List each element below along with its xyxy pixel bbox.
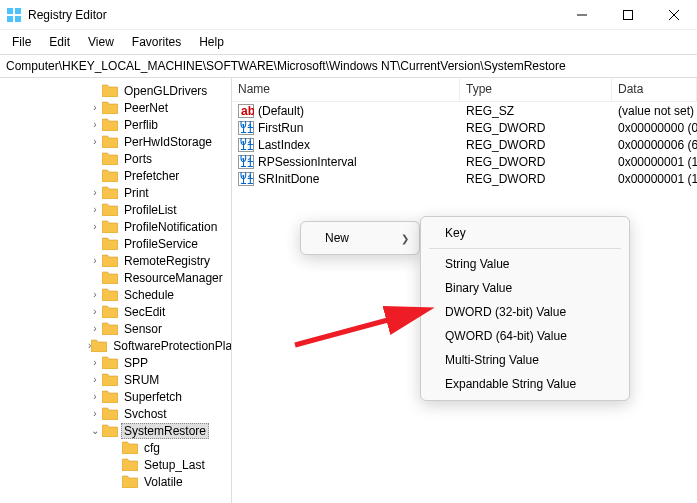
tree-node[interactable]: Setup_Last <box>0 456 231 473</box>
tree-node[interactable]: ›Sensor <box>0 320 231 337</box>
chevron-right-icon[interactable]: › <box>88 187 102 198</box>
context-item-expand[interactable]: Expandable String Value <box>421 372 629 396</box>
table-row[interactable]: 011110LastIndexREG_DWORD0x00000006 (6) <box>232 136 697 153</box>
pathbar[interactable]: Computer\HKEY_LOCAL_MACHINE\SOFTWARE\Mic… <box>0 54 697 78</box>
folder-icon <box>102 407 118 421</box>
folder-icon <box>102 356 118 370</box>
tree-node[interactable]: OpenGLDrivers <box>0 82 231 99</box>
context-item-dword[interactable]: DWORD (32-bit) Value <box>421 300 629 324</box>
minimize-button[interactable] <box>559 0 605 30</box>
tree-node-label: Svchost <box>121 407 170 421</box>
menu-file[interactable]: File <box>4 32 39 52</box>
tree-node[interactable]: ›SRUM <box>0 371 231 388</box>
menu-help[interactable]: Help <box>191 32 232 52</box>
col-type[interactable]: Type <box>460 78 612 101</box>
folder-icon <box>102 271 118 285</box>
context-item-qword[interactable]: QWORD (64-bit) Value <box>421 324 629 348</box>
svg-text:ab: ab <box>241 104 254 118</box>
tree-node[interactable]: ›SPP <box>0 354 231 371</box>
tree-pane[interactable]: OpenGLDrivers›PeerNet›Perflib›PerHwIdSto… <box>0 78 232 503</box>
folder-icon <box>102 101 118 115</box>
chevron-right-icon[interactable]: › <box>88 391 102 402</box>
context-item-binary[interactable]: Binary Value <box>421 276 629 300</box>
folder-icon <box>102 186 118 200</box>
chevron-down-icon[interactable]: ⌄ <box>88 425 102 436</box>
value-data: (value not set) <box>612 104 697 118</box>
titlebar: Registry Editor <box>0 0 697 30</box>
chevron-right-icon[interactable]: › <box>88 408 102 419</box>
tree-node[interactable]: ›Superfetch <box>0 388 231 405</box>
menu-edit[interactable]: Edit <box>41 32 78 52</box>
svg-text:110: 110 <box>240 139 254 152</box>
svg-rect-5 <box>624 10 633 19</box>
chevron-right-icon[interactable]: › <box>88 221 102 232</box>
tree-node[interactable]: ResourceManager <box>0 269 231 286</box>
tree-node-label: Volatile <box>141 475 186 489</box>
tree-node-label: ProfileService <box>121 237 201 251</box>
tree-node-label: OpenGLDrivers <box>121 84 210 98</box>
tree-node[interactable]: ›Print <box>0 184 231 201</box>
tree-node-label: Superfetch <box>121 390 185 404</box>
table-row[interactable]: 011110FirstRunREG_DWORD0x00000000 (0) <box>232 119 697 136</box>
tree-node[interactable]: ›SecEdit <box>0 303 231 320</box>
tree-node[interactable]: ›SoftwareProtectionPlatform <box>0 337 231 354</box>
context-item-label: Key <box>445 226 466 240</box>
table-row[interactable]: 011110SRInitDoneREG_DWORD0x00000001 (1) <box>232 170 697 187</box>
context-item-key[interactable]: Key <box>421 221 629 245</box>
chevron-right-icon[interactable]: › <box>88 323 102 334</box>
string-value-icon: ab <box>238 104 254 118</box>
svg-rect-1 <box>15 8 21 14</box>
chevron-right-icon[interactable]: › <box>88 306 102 317</box>
tree-node[interactable]: ›Perflib <box>0 116 231 133</box>
table-row[interactable]: 011110RPSessionIntervalREG_DWORD0x000000… <box>232 153 697 170</box>
tree-node-label: ProfileNotification <box>121 220 220 234</box>
context-item-label: DWORD (32-bit) Value <box>445 305 566 319</box>
tree-node[interactable]: Volatile <box>0 473 231 490</box>
folder-icon <box>102 118 118 132</box>
context-item-new[interactable]: New ❯ <box>301 226 419 250</box>
maximize-button[interactable] <box>605 0 651 30</box>
chevron-right-icon: ❯ <box>401 233 409 244</box>
folder-icon <box>102 135 118 149</box>
menu-view[interactable]: View <box>80 32 122 52</box>
value-name: SRInitDone <box>258 172 319 186</box>
folder-icon <box>102 373 118 387</box>
tree-node[interactable]: ›ProfileList <box>0 201 231 218</box>
value-type: REG_DWORD <box>460 121 612 135</box>
tree-node[interactable]: Ports <box>0 150 231 167</box>
context-menu-parent: New ❯ <box>300 221 420 255</box>
folder-icon <box>102 322 118 336</box>
context-item-string[interactable]: String Value <box>421 252 629 276</box>
tree-node[interactable]: ›PerHwIdStorage <box>0 133 231 150</box>
folder-icon <box>122 475 138 489</box>
chevron-right-icon[interactable]: › <box>88 374 102 385</box>
tree-node[interactable]: Prefetcher <box>0 167 231 184</box>
window-title: Registry Editor <box>28 8 559 22</box>
separator <box>429 248 621 249</box>
tree-node[interactable]: cfg <box>0 439 231 456</box>
chevron-right-icon[interactable]: › <box>88 289 102 300</box>
menu-favorites[interactable]: Favorites <box>124 32 189 52</box>
chevron-right-icon[interactable]: › <box>88 102 102 113</box>
table-row[interactable]: ab(Default)REG_SZ(value not set) <box>232 102 697 119</box>
col-name[interactable]: Name <box>232 78 460 101</box>
tree-node[interactable]: ›RemoteRegistry <box>0 252 231 269</box>
tree-node[interactable]: ›ProfileNotification <box>0 218 231 235</box>
context-item-multi[interactable]: Multi-String Value <box>421 348 629 372</box>
tree-node[interactable]: ›Svchost <box>0 405 231 422</box>
tree-node-label: Prefetcher <box>121 169 182 183</box>
chevron-right-icon[interactable]: › <box>88 357 102 368</box>
tree-node[interactable]: ⌄SystemRestore <box>0 422 231 439</box>
col-data[interactable]: Data <box>612 78 697 101</box>
chevron-right-icon[interactable]: › <box>88 255 102 266</box>
tree-node[interactable]: ProfileService <box>0 235 231 252</box>
folder-icon <box>102 254 118 268</box>
tree-node[interactable]: ›Schedule <box>0 286 231 303</box>
svg-rect-0 <box>7 8 13 14</box>
close-button[interactable] <box>651 0 697 30</box>
chevron-right-icon[interactable]: › <box>88 119 102 130</box>
chevron-right-icon[interactable]: › <box>88 136 102 147</box>
chevron-right-icon[interactable]: › <box>88 204 102 215</box>
folder-icon <box>102 305 118 319</box>
tree-node[interactable]: ›PeerNet <box>0 99 231 116</box>
